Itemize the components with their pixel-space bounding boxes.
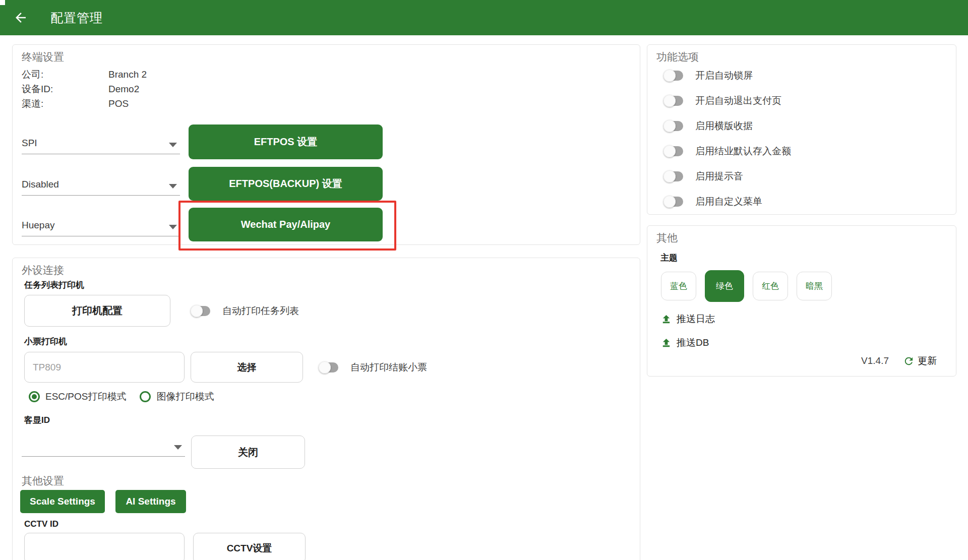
theme-blue-button[interactable]: 蓝色 (661, 272, 696, 300)
custom-menu-label: 启用自定义菜单 (695, 195, 762, 208)
upload-icon (660, 337, 672, 349)
ai-settings-button[interactable]: AI Settings (115, 490, 186, 513)
dropdown-caret-icon (169, 184, 177, 189)
toggle-knob (663, 95, 676, 107)
eftpos-mode-dropdown[interactable]: SPI (22, 134, 180, 154)
wechat-pay-alipay-button[interactable]: Wechat Pay/Alipay (189, 208, 383, 241)
info-row-channel: 渠道: POS (22, 96, 147, 111)
auto-print-job-list-row: 自动打印任务列表 (191, 295, 299, 327)
receipt-printer-input[interactable] (24, 352, 185, 383)
receipt-printer-label: 小票打印机 (24, 336, 67, 347)
toggle-knob (663, 70, 676, 82)
back-arrow-icon (13, 10, 28, 25)
wechat-alipay-row: Huepay Wechat Pay/Alipay (13, 208, 640, 241)
beep-sound-label: 启用提示音 (695, 170, 743, 183)
peripheral-title: 外设连接 (22, 263, 64, 277)
wechat-provider-dropdown[interactable]: Huepay (22, 216, 180, 236)
landscape-receipt-label: 启用横版收据 (695, 119, 753, 133)
corner-artifact (0, 0, 5, 5)
beep-sound-toggle[interactable] (664, 171, 683, 181)
update-label: 更新 (918, 354, 937, 367)
push-db-label: 推送DB (677, 336, 709, 349)
push-log-label: 推送日志 (677, 313, 715, 326)
image-mode-label: 图像打印模式 (156, 390, 214, 403)
version-row: V1.4.7 更新 (861, 354, 937, 367)
toggle-row-auto-lock: 开启自动锁屏 (664, 69, 753, 82)
auto-exit-payment-toggle[interactable] (664, 96, 683, 106)
back-button[interactable] (9, 6, 32, 29)
channel-value: POS (108, 98, 129, 109)
auto-print-receipt-toggle[interactable] (319, 362, 338, 372)
theme-green-button[interactable]: 绿色 (705, 270, 744, 302)
channel-label: 渠道: (22, 97, 108, 110)
toggle-row-default-deposit: 启用结业默认存入金额 (664, 145, 791, 158)
cctv-id-input[interactable] (24, 533, 185, 560)
eftpos-backup-settings-button[interactable]: EFTPOS(BACKUP) 设置 (189, 167, 383, 201)
scale-settings-button[interactable]: Scale Settings (20, 490, 105, 513)
customer-display-dropdown[interactable] (22, 432, 185, 457)
push-db-action[interactable]: 推送DB (660, 336, 709, 349)
auto-print-receipt-row: 自动打印结账小票 (319, 352, 427, 383)
toggle-knob (663, 170, 676, 182)
info-row-company: 公司: Branch 2 (22, 67, 147, 82)
app-header: 配置管理 (0, 0, 968, 35)
customer-display-label: 客显ID (24, 414, 50, 426)
cctv-settings-button[interactable]: CCTV设置 (193, 533, 306, 560)
config-management-screen: { "header": { "title": "配置管理" }, "termin… (0, 0, 968, 560)
toggle-knob (191, 305, 203, 317)
eftpos-backup-value: Disabled (22, 179, 59, 190)
toggle-row-landscape-receipt: 启用横版收据 (664, 119, 753, 133)
company-label: 公司: (22, 68, 108, 81)
auto-exit-payment-label: 开启自动退出支付页 (695, 94, 781, 107)
toggle-knob (663, 145, 676, 157)
refresh-icon (903, 355, 915, 367)
print-mode-radio-group: ESC/POS打印模式 图像打印模式 (29, 390, 222, 403)
default-deposit-label: 启用结业默认存入金额 (695, 145, 791, 158)
eftpos-backup-row: Disabled EFTPOS(BACKUP) 设置 (13, 167, 640, 201)
select-printer-button[interactable]: 选择 (191, 352, 303, 383)
toggle-row-beep-sound: 启用提示音 (664, 170, 743, 183)
custom-menu-toggle[interactable] (664, 197, 683, 207)
auto-print-job-list-toggle[interactable] (191, 306, 210, 316)
info-row-device-id: 设备ID: Demo2 (22, 82, 147, 96)
eftpos-settings-button[interactable]: EFTPOS 设置 (189, 125, 383, 159)
toggle-row-auto-exit-payment: 开启自动退出支付页 (664, 94, 781, 107)
landscape-receipt-toggle[interactable] (664, 121, 683, 131)
radio-image-mode[interactable] (140, 391, 151, 402)
upload-icon (660, 314, 672, 325)
close-button[interactable]: 关闭 (191, 435, 305, 469)
toggle-row-custom-menu: 启用自定义菜单 (664, 195, 762, 208)
escpos-mode-label: ESC/POS打印模式 (45, 390, 126, 403)
terminal-info: 公司: Branch 2 设备ID: Demo2 渠道: POS (22, 67, 147, 111)
eftpos-backup-dropdown[interactable]: Disabled (22, 175, 180, 196)
eftpos-row: SPI EFTPOS 设置 (13, 125, 640, 159)
auto-print-job-list-label: 自动打印任务列表 (222, 304, 299, 318)
theme-dark-button[interactable]: 暗黑 (797, 272, 832, 300)
toggle-knob (319, 361, 331, 374)
terminal-settings-title: 终端设置 (22, 50, 64, 64)
auto-lock-label: 开启自动锁屏 (695, 69, 753, 82)
feature-options-title: 功能选项 (656, 50, 699, 64)
version-text: V1.4.7 (861, 355, 889, 366)
theme-red-button[interactable]: 红色 (753, 272, 788, 300)
peripheral-connection-card: 外设连接 任务列表打印机 打印机配置 自动打印任务列表 小票打印机 选择 自动打… (12, 258, 640, 560)
toggle-knob (663, 120, 676, 132)
push-log-action[interactable]: 推送日志 (660, 313, 715, 326)
theme-options: 蓝色 绿色 红色 暗黑 (661, 270, 832, 302)
wechat-provider-value: Huepay (22, 220, 55, 231)
terminal-settings-card: 终端设置 公司: Branch 2 设备ID: Demo2 渠道: POS SP… (12, 44, 640, 245)
other-title: 其他 (656, 231, 678, 245)
dropdown-caret-icon (169, 143, 177, 147)
eftpos-mode-value: SPI (22, 138, 37, 149)
default-deposit-toggle[interactable] (664, 146, 683, 156)
printer-config-button[interactable]: 打印机配置 (24, 295, 170, 327)
page-title: 配置管理 (50, 10, 103, 26)
company-value: Branch 2 (108, 69, 147, 80)
device-id-value: Demo2 (108, 84, 139, 95)
other-settings-title: 其他设置 (22, 474, 64, 488)
cctv-id-label: CCTV ID (24, 519, 58, 529)
feature-options-card: 功能选项 开启自动锁屏 开启自动退出支付页 启用横版收据 启用结业默认存入金额 … (647, 44, 956, 215)
auto-lock-toggle[interactable] (664, 71, 683, 81)
radio-escpos-mode[interactable] (29, 391, 40, 402)
update-action[interactable]: 更新 (903, 354, 937, 367)
